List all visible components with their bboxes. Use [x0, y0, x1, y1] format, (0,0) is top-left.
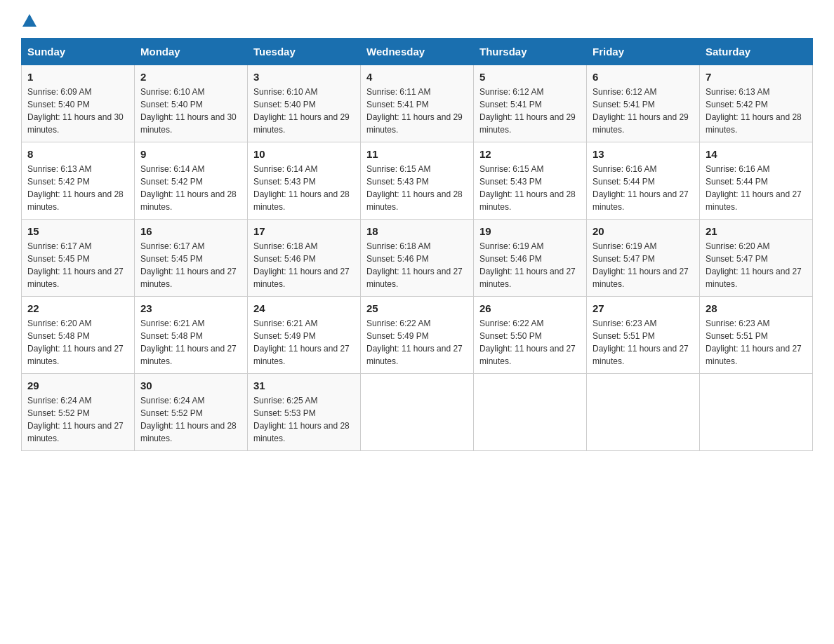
day-number: 4: [366, 71, 468, 83]
calendar-day-cell: 16 Sunrise: 6:17 AM Sunset: 5:45 PM Dayl…: [135, 220, 248, 297]
calendar-day-cell: 9 Sunrise: 6:14 AM Sunset: 5:42 PM Dayli…: [135, 142, 248, 220]
logo-triangle-icon: [22, 14, 37, 27]
calendar-day-cell: 27 Sunrise: 6:23 AM Sunset: 5:51 PM Dayl…: [587, 297, 700, 374]
weekday-header-monday: Monday: [135, 39, 248, 65]
calendar-day-cell: 24 Sunrise: 6:21 AM Sunset: 5:49 PM Dayl…: [248, 297, 361, 374]
day-number: 23: [140, 302, 241, 314]
calendar-day-cell: 11 Sunrise: 6:15 AM Sunset: 5:43 PM Dayl…: [361, 142, 474, 220]
calendar-day-cell: 28 Sunrise: 6:23 AM Sunset: 5:51 PM Dayl…: [700, 297, 813, 374]
day-number: 1: [27, 71, 128, 83]
calendar-day-cell: [700, 374, 813, 451]
day-info: Sunrise: 6:16 AM Sunset: 5:44 PM Dayligh…: [706, 163, 807, 213]
calendar-body: 1 Sunrise: 6:09 AM Sunset: 5:40 PM Dayli…: [22, 65, 813, 451]
day-number: 17: [253, 225, 355, 237]
day-info: Sunrise: 6:13 AM Sunset: 5:42 PM Dayligh…: [27, 163, 128, 213]
calendar-day-cell: 6 Sunrise: 6:12 AM Sunset: 5:41 PM Dayli…: [587, 65, 700, 142]
day-number: 11: [366, 148, 468, 160]
day-number: 24: [253, 302, 355, 314]
calendar-week-row: 8 Sunrise: 6:13 AM Sunset: 5:42 PM Dayli…: [22, 142, 813, 220]
day-info: Sunrise: 6:12 AM Sunset: 5:41 PM Dayligh…: [479, 86, 581, 136]
day-info: Sunrise: 6:23 AM Sunset: 5:51 PM Dayligh…: [593, 317, 694, 368]
calendar-day-cell: 15 Sunrise: 6:17 AM Sunset: 5:45 PM Dayl…: [22, 220, 135, 297]
day-info: Sunrise: 6:21 AM Sunset: 5:49 PM Dayligh…: [253, 317, 355, 368]
calendar-day-cell: 7 Sunrise: 6:13 AM Sunset: 5:42 PM Dayli…: [700, 65, 813, 142]
calendar-day-cell: 18 Sunrise: 6:18 AM Sunset: 5:46 PM Dayl…: [361, 220, 474, 297]
weekday-header-thursday: Thursday: [474, 39, 587, 65]
day-number: 5: [479, 71, 581, 83]
calendar-day-cell: 26 Sunrise: 6:22 AM Sunset: 5:50 PM Dayl…: [474, 297, 587, 374]
day-number: 25: [366, 302, 468, 314]
calendar-day-cell: 23 Sunrise: 6:21 AM Sunset: 5:48 PM Dayl…: [135, 297, 248, 374]
day-info: Sunrise: 6:19 AM Sunset: 5:46 PM Dayligh…: [479, 240, 581, 290]
calendar-table: SundayMondayTuesdayWednesdayThursdayFrid…: [21, 38, 813, 451]
calendar-day-cell: 4 Sunrise: 6:11 AM Sunset: 5:41 PM Dayli…: [361, 65, 474, 142]
day-info: Sunrise: 6:13 AM Sunset: 5:42 PM Dayligh…: [706, 86, 807, 136]
calendar-day-cell: 10 Sunrise: 6:14 AM Sunset: 5:43 PM Dayl…: [248, 142, 361, 220]
day-info: Sunrise: 6:16 AM Sunset: 5:44 PM Dayligh…: [593, 163, 694, 213]
weekday-header-row: SundayMondayTuesdayWednesdayThursdayFrid…: [22, 39, 813, 65]
weekday-header-sunday: Sunday: [22, 39, 135, 65]
weekday-header-friday: Friday: [587, 39, 700, 65]
day-info: Sunrise: 6:12 AM Sunset: 5:41 PM Dayligh…: [593, 86, 694, 136]
calendar-week-row: 29 Sunrise: 6:24 AM Sunset: 5:52 PM Dayl…: [22, 374, 813, 451]
day-number: 9: [140, 148, 241, 160]
day-number: 16: [140, 225, 241, 237]
day-number: 18: [366, 225, 468, 237]
day-info: Sunrise: 6:10 AM Sunset: 5:40 PM Dayligh…: [253, 86, 355, 136]
day-number: 14: [706, 148, 807, 160]
calendar-week-row: 15 Sunrise: 6:17 AM Sunset: 5:45 PM Dayl…: [22, 220, 813, 297]
day-number: 13: [593, 148, 694, 160]
day-info: Sunrise: 6:11 AM Sunset: 5:41 PM Dayligh…: [366, 86, 468, 136]
day-info: Sunrise: 6:21 AM Sunset: 5:48 PM Dayligh…: [140, 317, 241, 368]
calendar-day-cell: 2 Sunrise: 6:10 AM Sunset: 5:40 PM Dayli…: [135, 65, 248, 142]
day-number: 30: [140, 380, 241, 391]
calendar-day-cell: [361, 374, 474, 451]
calendar-day-cell: 31 Sunrise: 6:25 AM Sunset: 5:53 PM Dayl…: [248, 374, 361, 451]
calendar-day-cell: 29 Sunrise: 6:24 AM Sunset: 5:52 PM Dayl…: [22, 374, 135, 451]
weekday-header-tuesday: Tuesday: [248, 39, 361, 65]
day-number: 31: [253, 380, 355, 391]
calendar-day-cell: 19 Sunrise: 6:19 AM Sunset: 5:46 PM Dayl…: [474, 220, 587, 297]
calendar-day-cell: 14 Sunrise: 6:16 AM Sunset: 5:44 PM Dayl…: [700, 142, 813, 220]
calendar-day-cell: 1 Sunrise: 6:09 AM Sunset: 5:40 PM Dayli…: [22, 65, 135, 142]
day-info: Sunrise: 6:24 AM Sunset: 5:52 PM Dayligh…: [27, 394, 128, 445]
day-number: 21: [706, 225, 807, 237]
day-number: 29: [27, 380, 128, 391]
day-info: Sunrise: 6:20 AM Sunset: 5:48 PM Dayligh…: [27, 317, 128, 368]
day-number: 28: [706, 302, 807, 314]
day-number: 2: [140, 71, 241, 83]
day-info: Sunrise: 6:22 AM Sunset: 5:49 PM Dayligh…: [366, 317, 468, 368]
day-info: Sunrise: 6:15 AM Sunset: 5:43 PM Dayligh…: [479, 163, 581, 213]
day-info: Sunrise: 6:22 AM Sunset: 5:50 PM Dayligh…: [479, 317, 581, 368]
day-number: 20: [593, 225, 694, 237]
calendar-day-cell: 21 Sunrise: 6:20 AM Sunset: 5:47 PM Dayl…: [700, 220, 813, 297]
day-number: 10: [253, 148, 355, 160]
logo: [21, 14, 38, 25]
calendar-day-cell: 25 Sunrise: 6:22 AM Sunset: 5:49 PM Dayl…: [361, 297, 474, 374]
day-number: 26: [479, 302, 581, 314]
day-info: Sunrise: 6:20 AM Sunset: 5:47 PM Dayligh…: [706, 240, 807, 290]
calendar-week-row: 22 Sunrise: 6:20 AM Sunset: 5:48 PM Dayl…: [22, 297, 813, 374]
calendar-day-cell: 13 Sunrise: 6:16 AM Sunset: 5:44 PM Dayl…: [587, 142, 700, 220]
weekday-header-wednesday: Wednesday: [361, 39, 474, 65]
day-info: Sunrise: 6:19 AM Sunset: 5:47 PM Dayligh…: [593, 240, 694, 290]
calendar-day-cell: 3 Sunrise: 6:10 AM Sunset: 5:40 PM Dayli…: [248, 65, 361, 142]
calendar-day-cell: 17 Sunrise: 6:18 AM Sunset: 5:46 PM Dayl…: [248, 220, 361, 297]
day-number: 12: [479, 148, 581, 160]
calendar-day-cell: 5 Sunrise: 6:12 AM Sunset: 5:41 PM Dayli…: [474, 65, 587, 142]
weekday-header-saturday: Saturday: [700, 39, 813, 65]
day-info: Sunrise: 6:17 AM Sunset: 5:45 PM Dayligh…: [140, 240, 241, 290]
day-info: Sunrise: 6:09 AM Sunset: 5:40 PM Dayligh…: [27, 86, 128, 136]
day-info: Sunrise: 6:18 AM Sunset: 5:46 PM Dayligh…: [253, 240, 355, 290]
day-info: Sunrise: 6:24 AM Sunset: 5:52 PM Dayligh…: [140, 394, 241, 445]
calendar-day-cell: 8 Sunrise: 6:13 AM Sunset: 5:42 PM Dayli…: [22, 142, 135, 220]
day-number: 6: [593, 71, 694, 83]
day-info: Sunrise: 6:18 AM Sunset: 5:46 PM Dayligh…: [366, 240, 468, 290]
calendar-day-cell: 22 Sunrise: 6:20 AM Sunset: 5:48 PM Dayl…: [22, 297, 135, 374]
day-number: 7: [706, 71, 807, 83]
day-number: 19: [479, 225, 581, 237]
day-info: Sunrise: 6:14 AM Sunset: 5:43 PM Dayligh…: [253, 163, 355, 213]
calendar-day-cell: [587, 374, 700, 451]
day-number: 27: [593, 302, 694, 314]
calendar-day-cell: 20 Sunrise: 6:19 AM Sunset: 5:47 PM Dayl…: [587, 220, 700, 297]
